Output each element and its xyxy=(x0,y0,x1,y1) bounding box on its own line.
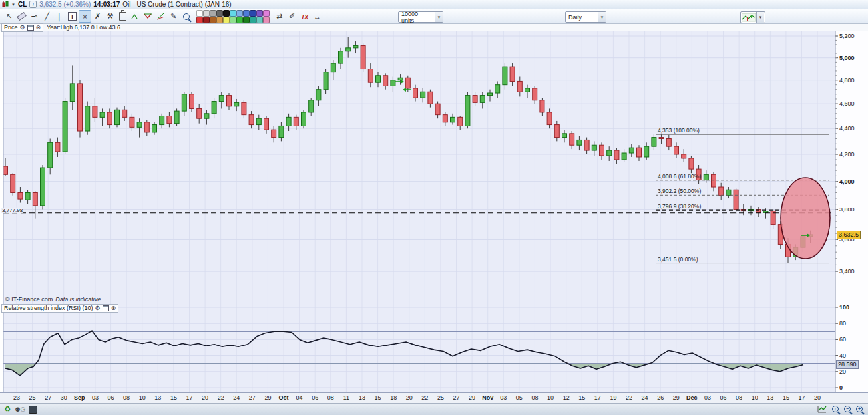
detach-window-icon[interactable] xyxy=(28,405,38,414)
refresh-icon[interactable]: ♻ xyxy=(3,405,13,414)
date-tick-label: 22 xyxy=(416,394,433,401)
date-tick-label: 03 xyxy=(495,394,512,401)
trendline-tool[interactable]: ╱ xyxy=(41,10,53,23)
color-swatch[interactable] xyxy=(256,10,263,17)
color-swatch[interactable] xyxy=(250,17,256,23)
crosshair-tool-selected[interactable]: × xyxy=(79,10,91,23)
bearish-pattern-tool[interactable] xyxy=(142,10,154,23)
auto-scale-icon[interactable] xyxy=(817,405,827,413)
last-quote: 3,632.5 (+0.36%) xyxy=(39,1,91,8)
color-swatch[interactable] xyxy=(243,17,250,23)
wrench-icon[interactable]: ⚙ xyxy=(20,25,25,31)
rsi-pane-controls: Relative strength index (RSI) (10) ⚙ ⊗ xyxy=(1,304,118,313)
color-swatch[interactable] xyxy=(196,17,203,23)
color-swatch[interactable] xyxy=(263,10,270,17)
color-swatch[interactable] xyxy=(216,10,223,17)
date-tick-label: 23 xyxy=(8,394,25,401)
window-icon[interactable] xyxy=(103,305,109,311)
delete-tool[interactable] xyxy=(116,10,129,23)
bullish-pattern-tool[interactable] xyxy=(129,10,142,23)
info-icon[interactable]: i xyxy=(29,1,37,8)
instrument-dropdown-caret[interactable]: ▼ xyxy=(11,3,15,7)
date-tick-label: 19 xyxy=(604,394,622,401)
copyright-note: © IT-Finance.comData is indicative xyxy=(5,296,101,303)
date-tick-label: 10 xyxy=(542,394,559,401)
object-tools[interactable]: ⚒ xyxy=(104,10,116,23)
date-tick-label: 05 xyxy=(511,394,528,401)
color-swatch[interactable] xyxy=(223,10,230,17)
zoom-tool[interactable] xyxy=(180,10,192,23)
close-icon[interactable]: ⊗ xyxy=(111,305,116,311)
color-swatch[interactable] xyxy=(203,17,210,23)
close-icon[interactable]: ⊗ xyxy=(36,25,41,31)
color-swatch[interactable] xyxy=(236,17,243,23)
ruler-tool[interactable] xyxy=(15,10,28,23)
date-tick-label: 25 xyxy=(432,394,449,401)
date-tick-label: 08 xyxy=(730,394,748,401)
chart-type-icon xyxy=(742,13,756,22)
color-swatch[interactable] xyxy=(210,17,216,23)
zoom-vertical-icon[interactable]: ↕ xyxy=(832,406,839,412)
date-tick-label: 17 xyxy=(589,394,606,401)
year-range-info: Year:High 6,137.0 Low 43.6 xyxy=(47,24,120,31)
color-swatch[interactable] xyxy=(210,10,216,17)
freehand-tool[interactable]: ✎ xyxy=(167,10,180,23)
color-swatch[interactable] xyxy=(223,17,230,23)
date-tick-label: 08 xyxy=(118,394,135,401)
vertical-line-tool[interactable]: │ xyxy=(53,10,66,23)
annotation-tool[interactable]: ✐ xyxy=(286,10,298,23)
chart-type-caret[interactable]: ▼ xyxy=(756,12,764,23)
rsi-pane-title: Relative strength index (RSI) (10) xyxy=(4,305,93,311)
extended-line-tool[interactable]: ⊸ xyxy=(28,10,41,23)
users-icon[interactable]: ⚉⚆ xyxy=(15,405,25,414)
color-swatch[interactable] xyxy=(236,10,243,17)
color-swatch[interactable] xyxy=(216,17,223,23)
bottom-toolbar: ♻ ⚉⚆ xyxy=(0,403,868,415)
color-swatch[interactable] xyxy=(263,17,270,23)
fan-pattern-icon xyxy=(156,13,165,20)
timeframe-dropdown-caret[interactable]: ▼ xyxy=(598,12,606,22)
color-swatch[interactable] xyxy=(196,10,203,17)
date-tick-label: 03 xyxy=(87,394,104,401)
price-chart[interactable]: 4,353 (100.00%)4,008.6 (61.80%)3,902.2 (… xyxy=(0,0,868,415)
date-tick-label: 13 xyxy=(149,394,166,401)
date-tick-label: 15 xyxy=(777,394,795,401)
window-icon[interactable] xyxy=(27,25,34,31)
date-tick-label: 10 xyxy=(134,394,151,401)
wrench-icon[interactable]: ⚙ xyxy=(95,305,101,311)
color-swatch[interactable] xyxy=(230,10,236,17)
date-tick-label: 27 xyxy=(39,394,57,401)
date-tick-label: 03 xyxy=(699,394,716,401)
date-tick-label: 15 xyxy=(573,394,590,401)
text-tool[interactable]: T xyxy=(66,10,79,23)
date-tick-label: 11 xyxy=(337,394,355,401)
bearish-pattern-icon xyxy=(144,13,152,20)
multi-line-tool[interactable]: ✗ xyxy=(91,10,104,23)
date-tick-label: 27 xyxy=(448,394,465,401)
fan-pattern-tool[interactable] xyxy=(154,10,167,23)
zoom-in-icon[interactable]: + xyxy=(856,406,863,412)
date-tick-label: 17 xyxy=(793,394,811,401)
bullish-pattern-icon xyxy=(131,13,140,20)
zoom-out-icon[interactable]: − xyxy=(844,406,851,412)
color-swatch[interactable] xyxy=(250,10,256,17)
date-tick-label: 22 xyxy=(212,394,230,401)
timeframe-dropdown[interactable]: Daily ▼ xyxy=(565,11,606,23)
color-swatch[interactable] xyxy=(243,10,250,17)
units-dropdown-caret[interactable]: ▼ xyxy=(435,12,443,22)
pointer-tool[interactable]: ↖ xyxy=(3,10,15,23)
date-tick-label: 20 xyxy=(196,394,214,401)
text-style-tool[interactable]: Tx xyxy=(298,10,311,23)
color-swatch[interactable] xyxy=(230,17,236,23)
date-tick-label: 18 xyxy=(385,394,402,401)
color-swatch[interactable] xyxy=(256,17,263,23)
channel-tool[interactable]: ⇄ xyxy=(273,10,286,23)
units-dropdown[interactable]: 10000 units ▼ xyxy=(398,11,443,23)
date-tick-label: 06 xyxy=(715,394,732,401)
extend-tool[interactable]: ↔ xyxy=(311,10,324,23)
ruler-icon xyxy=(17,12,27,21)
color-swatch[interactable] xyxy=(203,10,210,17)
date-tick-label: 08 xyxy=(322,394,339,401)
date-axis[interactable]: 23252730Sep030608101315172022242729Oct04… xyxy=(0,392,868,403)
chart-type-button[interactable]: ▼ xyxy=(740,11,765,23)
